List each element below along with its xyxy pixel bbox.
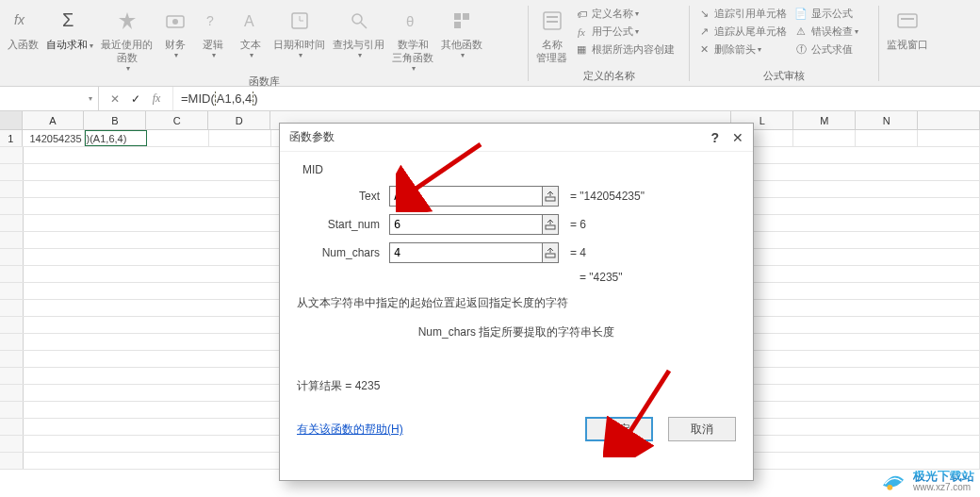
formula-selection: A1,6,4 [215,91,254,106]
param-numchars-input[interactable] [389,242,543,263]
column-header[interactable]: A [23,111,85,129]
cell[interactable] [147,130,209,146]
row-header[interactable] [0,453,24,469]
cell[interactable] [918,130,980,146]
row-header[interactable] [0,402,24,418]
chevron-down-icon: ▾ [250,51,253,59]
lookup-icon [344,6,374,36]
param-row-startnum: Start_num = 6 [297,214,736,235]
error-checking-button[interactable]: ⚠错误检查▾ [792,24,860,40]
watch-window-button[interactable]: 监视窗口 [883,4,932,53]
insert-function-button[interactable]: fx 入函数 [4,4,42,53]
function-help-link[interactable]: 有关该函数的帮助(H) [297,422,403,438]
financial-button[interactable]: 财务 ▾ [156,4,194,61]
row-header[interactable]: 1 [0,130,23,146]
ribbon-label: 根据所选内容创建 [592,42,675,57]
param-startnum-input[interactable] [389,214,543,235]
more-functions-button[interactable]: 其他函数 ▾ [437,4,486,61]
select-all-corner[interactable] [0,111,23,129]
theta-icon: θ [398,6,428,36]
row-header[interactable] [0,317,24,333]
cancel-edit-button[interactable]: ✕ [106,92,123,106]
row-header[interactable] [0,215,24,231]
insert-function-fx-button[interactable]: fx [148,91,165,106]
remove-arrows-button[interactable]: ✕删除箭头▾ [695,41,789,58]
param-eval: = 6 [570,218,586,231]
dialog-titlebar[interactable]: 函数参数 ? ✕ [280,124,753,152]
collapse-dialog-button[interactable] [543,242,559,263]
row-header[interactable] [0,147,24,163]
row-header[interactable] [0,283,24,299]
row-header[interactable] [0,436,24,452]
autosum-button[interactable]: Σ 自动求和▾ [42,4,97,55]
row-header[interactable] [0,368,24,384]
svg-text:?: ? [206,13,214,28]
row-header[interactable] [0,300,24,316]
svg-rect-19 [898,14,917,27]
row-header[interactable] [0,232,24,248]
financial-icon [160,6,190,36]
trace-dependents-button[interactable]: ↗追踪从尾单元格 [695,24,789,40]
define-name-button[interactable]: 🏷定义名称▾ [573,6,677,22]
use-in-formula-button[interactable]: fx用于公式▾ [573,24,677,40]
recently-used-button[interactable]: 最近使用的 函数 ▾ [97,4,156,75]
create-from-selection-button[interactable]: ▦根据所选内容创建 [573,41,677,58]
row-header[interactable] [0,334,24,350]
cell[interactable] [793,130,856,146]
chevron-down-icon: ▾ [126,64,130,73]
date-time-button[interactable]: 日期和时间 ▾ [270,4,329,61]
cancel-button[interactable]: 取消 [668,417,736,441]
svg-text:Σ: Σ [62,9,74,30]
show-formulas-button[interactable]: 📄显示公式 [792,6,860,22]
cell[interactable] [209,130,271,146]
row-header[interactable] [0,266,24,282]
ribbon-label: 自动求和▾ [46,38,93,53]
cell[interactable] [856,130,918,146]
result-row: = "4235" [297,271,736,284]
collapse-dialog-button[interactable] [543,186,559,207]
row-header[interactable] [0,181,24,197]
row-header[interactable] [0,249,24,265]
lookup-ref-button[interactable]: 查找与引用 ▾ [329,4,388,61]
ribbon-label: 错误检查 [811,25,853,39]
cell-b1[interactable]: )(A1,6,4) [85,130,147,146]
param-text-input[interactable] [389,186,543,207]
confirm-edit-button[interactable]: ✓ [127,92,144,106]
row-header[interactable] [0,198,24,214]
watch-window-icon [892,6,923,36]
svg-rect-14 [463,13,469,20]
collapse-dialog-button[interactable] [543,214,559,235]
help-button[interactable]: ? [710,130,719,145]
formula-input[interactable]: =MID(A1,6,4) [173,91,980,106]
evaluate-formula-button[interactable]: ⓕ公式求值 [792,41,860,58]
column-header[interactable]: N [856,111,918,129]
column-header[interactable]: M [793,111,856,129]
name-box[interactable]: ▾ [0,87,99,110]
column-header[interactable] [918,111,980,129]
ribbon-label: 名称 管理器 [536,38,567,64]
math-trig-button[interactable]: θ 数学和 三角函数 ▾ [388,4,437,75]
row-header[interactable] [0,164,24,180]
tag-icon: 🏷 [575,8,588,21]
param-label: Start_num [297,218,389,231]
ok-button[interactable]: 确定 [585,417,653,441]
text-button[interactable]: A 文本 ▾ [232,4,270,61]
name-manager-button[interactable]: 名称 管理器 [532,4,571,66]
column-header[interactable]: D [208,111,270,129]
watermark: 极光下载站 www.xz7.com [879,471,974,493]
row-header[interactable] [0,419,24,435]
row-header[interactable] [0,385,24,401]
cell-a1[interactable]: 142054235 [23,130,85,146]
collapse-icon [545,219,556,230]
svg-rect-21 [546,197,555,201]
close-button[interactable]: ✕ [732,130,743,145]
group-label [883,83,941,85]
column-header[interactable]: B [84,111,146,129]
chevron-down-icon[interactable]: ▾ [89,94,92,103]
column-header[interactable]: C [146,111,208,129]
chevron-down-icon: ▾ [635,27,639,36]
trace-precedents-button[interactable]: ↘追踪引用单元格 [695,6,789,22]
trace-prec-icon: ↘ [697,8,710,21]
logical-button[interactable]: ? 逻辑 ▾ [194,4,232,61]
row-header[interactable] [0,351,24,367]
